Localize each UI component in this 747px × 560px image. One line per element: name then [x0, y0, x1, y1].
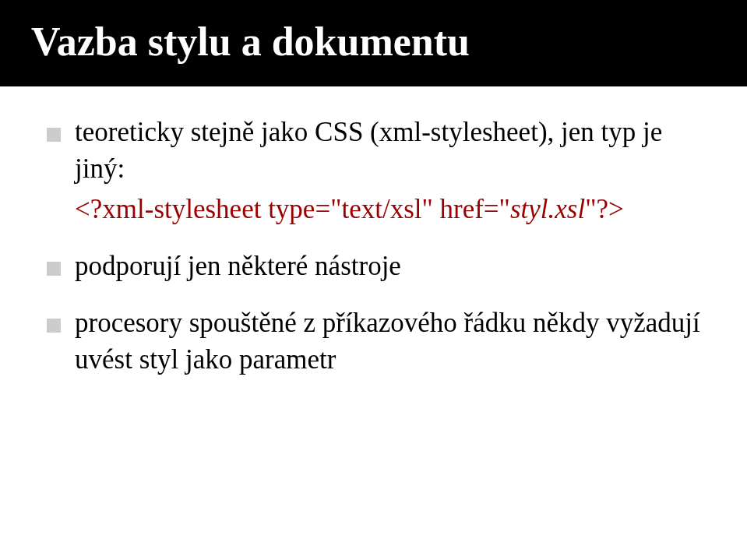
- bullet-1-code-pre: <?xml-stylesheet type="text/xsl" href=": [75, 194, 510, 224]
- bullet-1-code-post: "?>: [585, 194, 624, 224]
- slide-content: teoreticky stejně jako CSS (xml-styleshe…: [0, 86, 747, 379]
- bullet-1-code: <?xml-stylesheet type="text/xsl" href="s…: [75, 191, 700, 227]
- bullet-1: teoreticky stejně jako CSS (xml-styleshe…: [47, 114, 700, 227]
- bullet-1-code-ital: styl.xsl: [510, 194, 585, 224]
- slide-title: Vazba stylu a dokumentu: [31, 19, 716, 65]
- bullet-list: teoreticky stejně jako CSS (xml-styleshe…: [47, 114, 700, 379]
- title-bar: Vazba stylu a dokumentu: [0, 0, 747, 86]
- bullet-1-text: teoreticky stejně jako CSS (xml-styleshe…: [75, 117, 662, 184]
- bullet-3: procesory spouštěné z příkazového řádku …: [47, 305, 700, 379]
- bullet-2: podporují jen některé nástroje: [47, 248, 700, 284]
